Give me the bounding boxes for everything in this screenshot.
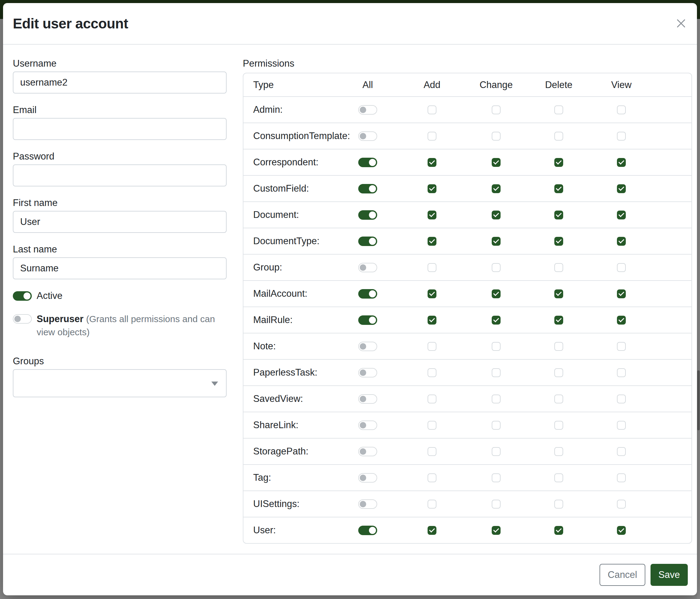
checkbox-change-paperlesstask[interactable] [492, 368, 501, 377]
checkbox-add-user[interactable] [428, 526, 436, 535]
checkbox-delete-storagepath[interactable] [554, 447, 563, 456]
username-field[interactable] [13, 72, 227, 94]
cancel-button[interactable]: Cancel [600, 564, 645, 586]
checkbox-view-mailrule[interactable] [617, 316, 626, 325]
checkbox-delete-savedview[interactable] [554, 394, 563, 403]
checkbox-view-correspondent[interactable] [617, 158, 626, 167]
checkbox-change-storagepath[interactable] [492, 447, 501, 456]
checkbox-delete-group[interactable] [554, 263, 563, 272]
checkbox-view-admin[interactable] [617, 105, 626, 114]
checkbox-view-sharelink[interactable] [617, 421, 626, 430]
checkbox-add-consumptiontemplate[interactable] [428, 132, 436, 141]
checkbox-add-note[interactable] [428, 342, 436, 351]
checkbox-view-tag[interactable] [617, 473, 626, 482]
checkbox-add-customfield[interactable] [428, 184, 436, 193]
checkbox-add-group[interactable] [428, 263, 436, 272]
toggle-all-savedview[interactable] [358, 394, 377, 404]
password-field[interactable] [13, 164, 227, 186]
checkbox-add-paperlesstask[interactable] [428, 368, 436, 377]
active-toggle[interactable] [13, 291, 32, 301]
checkbox-change-savedview[interactable] [492, 394, 501, 403]
checkbox-view-documenttype[interactable] [617, 237, 626, 246]
checkbox-view-paperlesstask[interactable] [617, 368, 626, 377]
groups-select[interactable] [13, 369, 227, 397]
checkbox-add-mailaccount[interactable] [428, 289, 436, 298]
checkbox-view-note[interactable] [617, 342, 626, 351]
checkbox-delete-sharelink[interactable] [554, 421, 563, 430]
checkbox-delete-documenttype[interactable] [554, 237, 563, 246]
checkbox-change-document[interactable] [492, 211, 501, 219]
toggle-all-tag[interactable] [358, 473, 377, 483]
checkbox-view-storagepath[interactable] [617, 447, 626, 456]
email-field[interactable] [13, 118, 227, 140]
checkbox-view-customfield[interactable] [617, 184, 626, 193]
checkbox-change-user[interactable] [492, 526, 501, 535]
active-label: Active [36, 290, 62, 301]
checkbox-view-document[interactable] [617, 211, 626, 219]
toggle-all-uisettings[interactable] [358, 499, 377, 509]
toggle-all-sharelink[interactable] [358, 421, 377, 430]
checkbox-change-correspondent[interactable] [492, 158, 501, 167]
first-name-field[interactable] [13, 211, 227, 233]
toggle-all-mailaccount[interactable] [358, 289, 377, 298]
toggle-all-admin[interactable] [358, 105, 377, 115]
checkbox-add-correspondent[interactable] [428, 158, 436, 167]
toggle-all-customfield[interactable] [358, 184, 377, 193]
checkbox-delete-customfield[interactable] [554, 184, 563, 193]
toggle-all-mailrule[interactable] [358, 315, 377, 325]
checkbox-add-storagepath[interactable] [428, 447, 436, 456]
checkbox-delete-user[interactable] [554, 526, 563, 535]
password-label: Password [13, 151, 227, 162]
checkbox-add-mailrule[interactable] [428, 316, 436, 325]
checkbox-delete-mailrule[interactable] [554, 316, 563, 325]
checkbox-change-group[interactable] [492, 263, 501, 272]
checkbox-delete-admin[interactable] [554, 105, 563, 114]
checkbox-delete-correspondent[interactable] [554, 158, 563, 167]
checkbox-view-mailaccount[interactable] [617, 289, 626, 298]
checkbox-change-documenttype[interactable] [492, 237, 501, 246]
toggle-all-storagepath[interactable] [358, 447, 377, 456]
checkbox-change-sharelink[interactable] [492, 421, 501, 430]
checkbox-view-group[interactable] [617, 263, 626, 272]
checkbox-view-savedview[interactable] [617, 394, 626, 403]
checkbox-add-uisettings[interactable] [428, 500, 436, 508]
checkbox-view-user[interactable] [617, 526, 626, 535]
checkbox-change-customfield[interactable] [492, 184, 501, 193]
checkbox-view-uisettings[interactable] [617, 500, 626, 508]
toggle-all-documenttype[interactable] [358, 237, 377, 246]
checkbox-add-document[interactable] [428, 211, 436, 219]
checkbox-add-savedview[interactable] [428, 394, 436, 403]
checkbox-delete-tag[interactable] [554, 473, 563, 482]
checkbox-delete-note[interactable] [554, 342, 563, 351]
checkbox-add-sharelink[interactable] [428, 421, 436, 430]
toggle-all-correspondent[interactable] [358, 158, 377, 167]
toggle-all-user[interactable] [358, 526, 377, 535]
checkbox-add-admin[interactable] [428, 105, 436, 114]
checkbox-view-consumptiontemplate[interactable] [617, 132, 626, 141]
checkbox-delete-uisettings[interactable] [554, 500, 563, 508]
toggle-all-consumptiontemplate[interactable] [358, 131, 377, 141]
checkbox-delete-mailaccount[interactable] [554, 289, 563, 298]
page-scrollbar-thumb[interactable] [697, 370, 700, 430]
checkbox-add-documenttype[interactable] [428, 237, 436, 246]
page-scrollbar[interactable] [697, 19, 700, 599]
checkbox-change-tag[interactable] [492, 473, 501, 482]
checkbox-change-uisettings[interactable] [492, 500, 501, 508]
checkbox-delete-consumptiontemplate[interactable] [554, 132, 563, 141]
save-button[interactable]: Save [651, 564, 688, 586]
close-icon[interactable] [674, 17, 688, 30]
toggle-all-paperlesstask[interactable] [358, 368, 377, 378]
last-name-field[interactable] [13, 257, 227, 279]
checkbox-change-admin[interactable] [492, 105, 501, 114]
checkbox-change-consumptiontemplate[interactable] [492, 132, 501, 141]
checkbox-delete-document[interactable] [554, 211, 563, 219]
checkbox-delete-paperlesstask[interactable] [554, 368, 563, 377]
toggle-all-document[interactable] [358, 210, 377, 220]
checkbox-change-mailaccount[interactable] [492, 289, 501, 298]
toggle-all-group[interactable] [358, 263, 377, 272]
checkbox-change-mailrule[interactable] [492, 316, 501, 325]
superuser-toggle[interactable] [13, 314, 32, 324]
checkbox-change-note[interactable] [492, 342, 501, 351]
toggle-all-note[interactable] [358, 342, 377, 351]
checkbox-add-tag[interactable] [428, 473, 436, 482]
